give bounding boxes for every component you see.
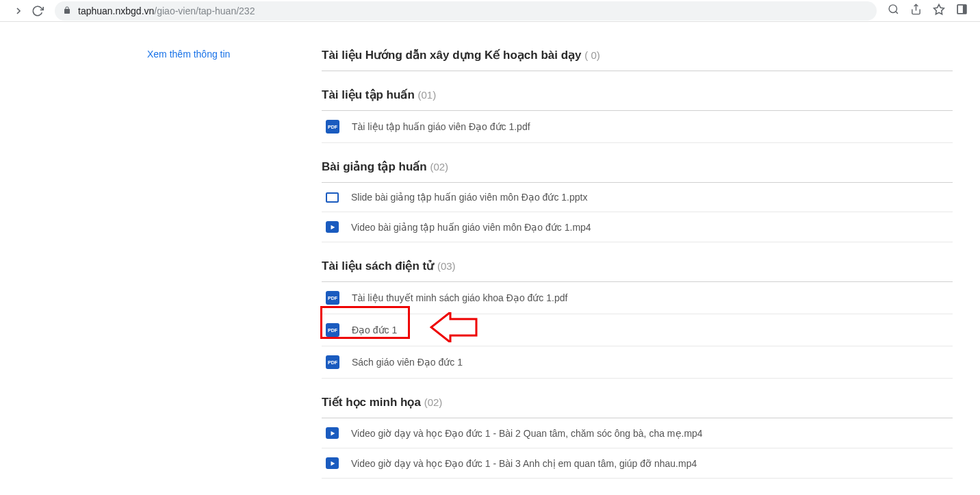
pdf-icon: PDF [326,323,339,337]
section-title-text: Bài giảng tập huấn [322,160,427,173]
page-content: Xem thêm thông tin Tài liệu Hướng dẫn xâ… [0,22,980,495]
lock-icon [63,5,73,16]
svg-rect-5 [963,5,966,14]
svg-marker-7 [331,431,335,435]
share-icon[interactable] [910,3,922,18]
file-name: Tài liệu thuyết minh sách giáo khoa Đạo … [352,292,567,303]
file-item[interactable]: Video giờ dạy và học Đạo đức 1 - Bài 2 Q… [322,418,953,448]
svg-marker-8 [331,461,335,466]
section-tai-lieu-tap-huan: Tài liệu tập huấn (01) PDF Tài liệu tập … [322,88,953,143]
sidebar: Xem thêm thông tin [0,48,322,495]
section-count: (02) [430,161,448,173]
section-title: Tiết học minh họa (02) [322,395,953,418]
pdf-icon: PDF [326,355,339,369]
file-name: Slide bài giảng tập huấn giáo viên môn Đ… [351,192,587,203]
file-name: Tài liệu tập huấn giáo viên Đạo đức 1.pd… [352,121,530,132]
panel-icon[interactable] [956,3,968,18]
zoom-icon[interactable] [888,3,899,18]
more-info-link[interactable]: Xem thêm thông tin [147,49,230,60]
svg-marker-3 [934,4,944,14]
url-path: /giao-vien/tap-huan/232 [154,5,255,16]
video-icon [326,427,339,439]
forward-button[interactable] [12,5,25,17]
pdf-icon: PDF [326,120,339,134]
svg-point-0 [889,5,897,12]
section-count: ( 0) [584,49,600,61]
reload-button[interactable] [31,5,44,17]
pptx-icon [326,192,339,203]
url-domain: taphuan.nxbgd.vn [78,5,154,16]
section-title-text: Tài liệu sách điện tử [322,259,434,272]
main-content: Tài liệu Hướng dẫn xây dựng Kế hoạch bài… [322,48,980,495]
file-item-highlighted[interactable]: PDF Đạo đức 1 [322,314,953,346]
file-item[interactable]: Video giờ dạy và học Đạo đức 1 - Bài 3 A… [322,448,953,479]
address-bar[interactable]: taphuan.nxbgd.vn/giao-vien/tap-huan/232 [55,1,877,21]
file-name: Video bài giảng tập huấn giáo viên môn Đ… [351,222,591,233]
file-item[interactable]: Video bài giảng tập huấn giáo viên môn Đ… [322,212,953,242]
video-icon [326,457,339,469]
section-count: (03) [437,260,456,272]
section-tiet-hoc: Tiết học minh họa (02) Video giờ dạy và … [322,395,953,479]
svg-line-1 [896,12,898,14]
file-name: Video giờ dạy và học Đạo đức 1 - Bài 3 A… [351,458,697,469]
file-item[interactable]: PDF Tài liệu tập huấn giáo viên Đạo đức … [322,111,953,143]
section-title: Tài liệu Hướng dẫn xây dựng Kế hoạch bài… [322,48,953,71]
video-icon [326,221,339,233]
file-item[interactable]: PDF Tài liệu thuyết minh sách giáo khoa … [322,282,953,314]
file-item[interactable]: Slide bài giảng tập huấn giáo viên môn Đ… [322,183,953,212]
section-sach-dien-tu: Tài liệu sách điện tử (03) PDF Tài liệu … [322,259,953,379]
section-title: Tài liệu tập huấn (01) [322,88,953,111]
svg-marker-6 [331,225,335,229]
pdf-icon: PDF [326,291,339,305]
file-name: Video giờ dạy và học Đạo đức 1 - Bài 2 Q… [351,428,703,439]
section-count: (02) [424,396,443,408]
file-item[interactable]: PDF Sách giáo viên Đạo đức 1 [322,346,953,379]
bookmark-icon[interactable] [933,3,945,18]
file-name: Sách giáo viên Đạo đức 1 [352,357,463,368]
file-name: Đạo đức 1 [352,325,397,335]
browser-toolbar: taphuan.nxbgd.vn/giao-vien/tap-huan/232 [0,0,980,22]
section-bai-giang: Bài giảng tập huấn (02) Slide bài giảng … [322,160,953,242]
section-count: (01) [418,89,437,101]
browser-right-icons [888,3,968,18]
section-title: Tài liệu sách điện tử (03) [322,259,953,282]
section-title-text: Tài liệu Hướng dẫn xây dựng Kế hoạch bài… [322,49,582,62]
section-title-text: Tiết học minh họa [322,396,421,409]
section-ke-hoach: Tài liệu Hướng dẫn xây dựng Kế hoạch bài… [322,48,953,71]
section-title: Bài giảng tập huấn (02) [322,160,953,183]
section-title-text: Tài liệu tập huấn [322,88,415,101]
